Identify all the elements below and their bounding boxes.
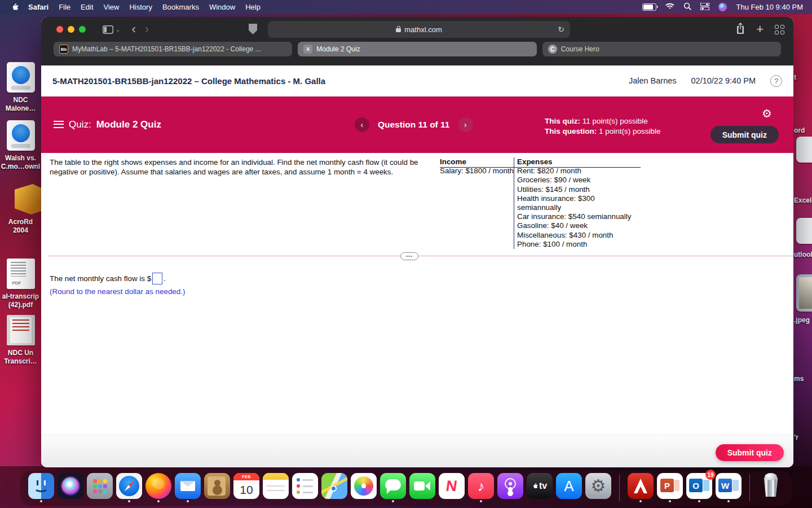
notes-dock-icon[interactable] (263, 473, 289, 499)
desktop-file-transcript-pdf[interactable]: al-transcrip (42).pdf (0, 259, 41, 309)
tab-mymathlab[interactable]: Bb MyMathLab – 5-MATH201501-BR15BB-jan12… (54, 42, 292, 56)
menu-item[interactable]: Help (240, 3, 266, 11)
tab-label: MyMathLab – 5-MATH201501-BR15BB-jan12202… (72, 45, 261, 53)
apple-menu-icon[interactable] (11, 3, 19, 11)
table-header-rule (440, 167, 641, 168)
expense-row: Phone: $100 / month (517, 240, 641, 249)
expense-rows: Rent: $820 / monthGroceries: $90 / weekU… (517, 167, 641, 249)
desktop-file-label: (42).pdf (0, 301, 41, 309)
outlook-dock-icon[interactable]: O 19 (686, 473, 712, 499)
rounding-hint: (Round to the nearest dollar as needed.) (50, 287, 185, 296)
address-bar[interactable]: mathxl.com ↻ (268, 21, 570, 38)
finder-dock-icon[interactable] (28, 473, 54, 499)
menu-item[interactable]: Bookmarks (157, 3, 204, 11)
desktop-file-label: AcroRd (0, 218, 41, 226)
expenses-header: Expenses (517, 157, 641, 167)
desktop-right-file-icon[interactable] (796, 137, 812, 163)
menu-item[interactable]: History (124, 3, 157, 11)
music-dock-icon[interactable]: ♪ (468, 473, 494, 499)
maps-dock-icon[interactable] (321, 473, 347, 499)
desktop-file-label: Malone… (0, 104, 41, 113)
desktop-file-ndc-malone[interactable]: NDC Malone… (0, 62, 41, 113)
expense-row: Car insurance: $540 semiannually (517, 212, 641, 221)
tab-course-hero[interactable]: C Course Hero (542, 42, 781, 56)
help-icon[interactable]: ? (770, 75, 782, 87)
desktop-right-file-icon[interactable] (796, 218, 812, 244)
zoom-window-button[interactable] (79, 26, 86, 33)
lock-icon (396, 28, 401, 32)
chevron-down-icon[interactable]: ⌄ (116, 27, 120, 33)
close-window-button[interactable] (56, 26, 63, 33)
new-tab-icon[interactable]: + (756, 22, 764, 37)
news-dock-icon[interactable]: N (439, 473, 465, 499)
system-preferences-dock-icon[interactable]: ⚙ (585, 473, 611, 499)
messages-dock-icon[interactable] (380, 473, 406, 499)
page-timestamp: 02/10/22 9:40 PM (691, 76, 756, 85)
share-icon[interactable] (736, 23, 745, 37)
siri-dock-icon[interactable] (58, 473, 83, 499)
menu-item[interactable]: Window (204, 3, 240, 11)
menu-app-name[interactable]: Safari (23, 3, 54, 11)
spotlight-search-icon[interactable] (683, 2, 691, 12)
previous-question-button[interactable]: ‹ (355, 117, 369, 132)
facetime-dock-icon[interactable] (409, 473, 435, 499)
trash-dock-icon[interactable] (758, 473, 784, 499)
submit-quiz-button-footer[interactable]: Submit quiz (716, 444, 784, 461)
calendar-dock-icon[interactable]: FEB 10 (233, 473, 259, 499)
acrobat-dock-icon[interactable] (628, 473, 654, 499)
submit-quiz-button-header[interactable]: Submit quiz (710, 126, 779, 143)
launchpad-dock-icon[interactable] (87, 473, 113, 499)
desktop-file-label: C.mo…ownl (0, 163, 41, 171)
siri-icon[interactable] (718, 3, 727, 11)
document-file-icon (7, 315, 35, 345)
desktop-file-ndc-transcript[interactable]: NDC Un Transcri… (0, 315, 41, 366)
calendar-month-label: FEB (233, 473, 259, 480)
desktop-right-image-icon[interactable] (796, 274, 812, 312)
tab-strip: Bb MyMathLab – 5-MATH201501-BR15BB-jan12… (41, 42, 793, 65)
dock-separator (749, 474, 750, 501)
tab-overview-icon[interactable] (775, 25, 784, 34)
question-prompt: The table to the right shows expenses an… (50, 158, 421, 177)
next-question-button[interactable]: › (458, 117, 473, 132)
answer-input[interactable] (152, 273, 162, 284)
app-store-dock-icon[interactable]: A (556, 473, 582, 499)
blackboard-favicon: Bb (59, 45, 68, 54)
wifi-icon[interactable] (665, 3, 674, 11)
menu-item[interactable]: File (54, 3, 76, 11)
podcasts-dock-icon[interactable] (497, 473, 523, 499)
expense-row: Rent: $820 / month (517, 167, 641, 176)
powerpoint-dock-icon[interactable]: P (657, 473, 683, 499)
user-name[interactable]: Jalen Barnes (629, 76, 677, 85)
desktop-file-acrord[interactable]: AcroRd 2004 (0, 184, 41, 235)
apple-tv-dock-icon[interactable]: tv (527, 473, 553, 499)
gear-icon[interactable]: ⚙ (762, 108, 772, 119)
sidebar-icon[interactable] (98, 23, 118, 36)
reload-icon[interactable]: ↻ (558, 25, 564, 34)
menu-item[interactable]: View (99, 3, 125, 11)
control-center-icon[interactable] (700, 3, 709, 12)
back-button[interactable]: ‹ (127, 21, 140, 38)
menu-clock[interactable]: Thu Feb 10 9:40 PM (736, 3, 803, 11)
mathxl-favicon: X (303, 45, 312, 54)
word-dock-icon[interactable]: W (716, 473, 742, 499)
desktop-file-label: NDC (0, 96, 41, 104)
desktop-file-label: NDC Un (0, 349, 41, 357)
menu-item[interactable]: Edit (76, 3, 98, 11)
photos-dock-icon[interactable] (351, 473, 377, 499)
desktop-file-walsh[interactable]: Walsh vs. C.mo…ownl (0, 120, 41, 171)
safari-dock-icon[interactable] (116, 473, 142, 499)
safari-window: ⌄ ‹ › mathxl.com ↻ + Bb MyMathLab – 5-MA… (41, 17, 793, 467)
tab-module2-quiz[interactable]: X Module 2 Quiz (298, 42, 536, 56)
privacy-shield-icon[interactable] (249, 24, 257, 34)
reminders-dock-icon[interactable] (292, 473, 318, 499)
forward-button[interactable]: › (140, 21, 153, 38)
firefox-dock-icon[interactable] (145, 473, 171, 499)
menu-items: FileEditViewHistoryBookmarksWindowHelp (54, 3, 266, 11)
contacts-dock-icon[interactable] (204, 473, 230, 499)
minimize-window-button[interactable] (68, 26, 74, 33)
battery-icon[interactable] (642, 3, 656, 11)
divider-drag-handle[interactable]: ••• (400, 252, 418, 260)
hamburger-menu-icon[interactable] (54, 121, 64, 128)
mail-dock-icon[interactable] (175, 473, 201, 499)
desktop-right-label: Excel (794, 196, 811, 204)
